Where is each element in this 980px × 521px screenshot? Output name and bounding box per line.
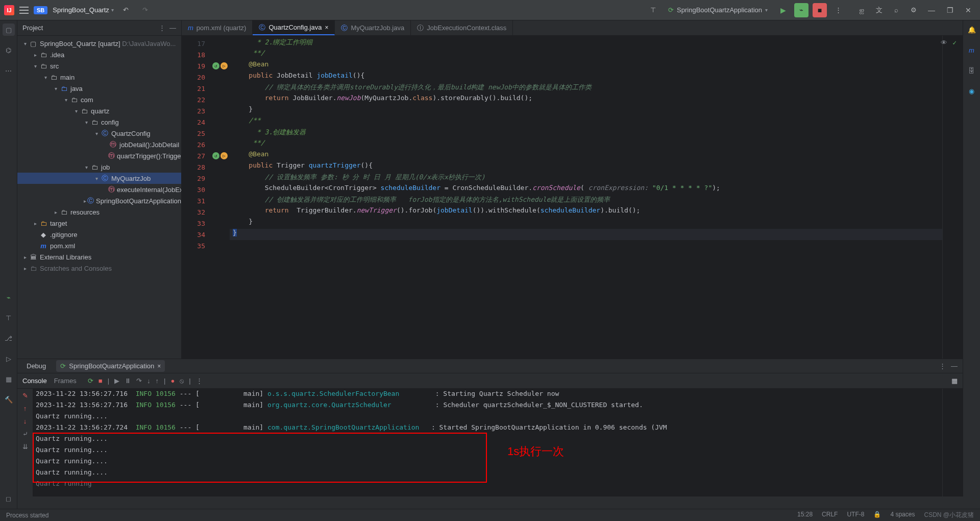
project-tool-icon[interactable]: ▢	[3, 23, 15, 36]
problems-icon[interactable]: ◻	[3, 492, 15, 505]
close-icon[interactable]: ×	[325, 24, 328, 31]
settings-icon[interactable]: ⚙	[906, 3, 921, 17]
left-bottom-strip: ⌁ ⊤ ⎇ ▷ ▦ 🔨 ◻	[0, 286, 17, 509]
nav-gutter-icon[interactable]: ▷	[220, 152, 228, 159]
tab-jobctx[interactable]: ⒾJobExecutionContext.class	[411, 20, 513, 35]
debug-hide-icon[interactable]: —	[951, 362, 958, 370]
run-button[interactable]: ▶	[776, 3, 790, 17]
structure-tool-icon[interactable]: ⌬	[3, 44, 15, 56]
git-icon[interactable]: ⎇	[3, 332, 15, 344]
debug-more-icon[interactable]: ⋮	[939, 362, 946, 370]
debug-panel: Debug ⟳SpringBootQuartzApplication× ⋮ — …	[17, 359, 963, 496]
bookmark-icon[interactable]: ⊤	[646, 3, 660, 17]
step-over-icon[interactable]: ↷	[136, 377, 142, 385]
tree-pom[interactable]: mpom.xml	[17, 240, 181, 251]
tree-quartzconfig[interactable]: ▾ⒸQuartzConfig	[17, 128, 181, 139]
minimize-button[interactable]: —	[924, 3, 939, 17]
panel-collapse-icon[interactable]: ⋮	[159, 24, 165, 32]
tree-root[interactable]: ▾▢SpringBoot_Quartz [quartz] D:\Java\Jav…	[17, 38, 181, 49]
panel-hide-icon[interactable]: —	[169, 24, 176, 32]
project-tree[interactable]: ▾▢SpringBoot_Quartz [quartz] D:\Java\Jav…	[17, 36, 181, 359]
tree-job[interactable]: ▾🗀job	[17, 161, 181, 173]
console-tab[interactable]: Console	[22, 377, 47, 385]
editor-tabs: mpom.xml (quartz) ⒸQuartzConfig.java× ⒸM…	[182, 20, 963, 36]
redo-icon[interactable]: ↷	[138, 3, 153, 17]
more-icon[interactable]: ⋮	[831, 3, 845, 17]
services-icon[interactable]: ▦	[3, 373, 15, 385]
more-tool-icon[interactable]: ⋯	[3, 64, 15, 77]
inspection-ok-icon[interactable]: ✓	[952, 39, 957, 46]
tree-main[interactable]: ▾🗀main	[17, 72, 181, 83]
project-selector[interactable]: SpringBoot_Quartz▾	[53, 6, 114, 14]
step-into-icon[interactable]: ↓	[147, 377, 151, 385]
tree-extlib[interactable]: ▸🏛External Libraries	[17, 251, 181, 263]
run-config-selector[interactable]: ⟳ SpringBootQuartzApplication ▾	[664, 5, 772, 15]
tree-config[interactable]: ▾🗀config	[17, 116, 181, 128]
status-indent[interactable]: 4 spaces	[890, 511, 915, 519]
reader-mode-icon[interactable]: 👁	[941, 39, 947, 46]
tab-myquartzjob[interactable]: ⒸMyQuartzJob.java	[335, 20, 411, 35]
status-lock-icon[interactable]: 🔒	[873, 511, 881, 519]
tree-com[interactable]: ▾🗀com	[17, 94, 181, 105]
tree-quartztrigger[interactable]: ⓜquartzTrigger():Trigger	[17, 150, 181, 161]
mute-bp-icon[interactable]: ⦸	[180, 377, 184, 385]
tab-quartzconfig[interactable]: ⒸQuartzConfig.java×	[253, 20, 335, 35]
maven-icon[interactable]: m	[966, 44, 978, 56]
translate-icon[interactable]: 文	[872, 3, 886, 17]
pause-icon[interactable]: ⏸	[125, 377, 131, 385]
run-tool-icon[interactable]: ▷	[3, 352, 15, 365]
tree-gitignore[interactable]: ◆.gitignore	[17, 229, 181, 240]
rerun-icon[interactable]: ⟳	[88, 377, 93, 385]
code-editor[interactable]: 17181920212223242526272829303132333435 ↺…	[182, 36, 963, 359]
status-encoding[interactable]: UTF-8	[847, 511, 864, 519]
console-minimap[interactable]	[942, 389, 963, 496]
main-menu-icon[interactable]	[19, 7, 29, 14]
tree-execinternal[interactable]: ⓜexecuteInternal(JobExe	[17, 184, 181, 195]
tree-scratches[interactable]: ▸🗀Scratches and Consoles	[17, 263, 181, 274]
frames-tab[interactable]: Frames	[54, 377, 77, 385]
wrap-icon[interactable]: ⤶	[22, 430, 28, 438]
right-tool-strip: 🔔 m 🗄 ◉	[963, 20, 980, 496]
ai-icon[interactable]: ◉	[966, 85, 978, 97]
resume-icon[interactable]: ▶	[114, 377, 119, 385]
tree-app[interactable]: ▸ⒸSpringBootQuartzApplication	[17, 195, 181, 206]
tree-myquartzjob[interactable]: ▾ⒸMyQuartzJob	[17, 173, 181, 184]
undo-icon[interactable]: ↶	[119, 3, 133, 17]
scroll-end-icon[interactable]: ✎	[22, 392, 28, 399]
status-crlf[interactable]: CRLF	[822, 511, 838, 519]
database-icon[interactable]: 🗄	[966, 64, 978, 77]
step-out-icon[interactable]: ↑	[156, 377, 159, 385]
close-button[interactable]: ✕	[961, 3, 976, 17]
scroll-icon[interactable]: ⇊	[22, 443, 28, 451]
notifications-icon[interactable]: 🔔	[966, 23, 978, 36]
search-icon[interactable]: ⌕	[889, 3, 903, 17]
debug-button[interactable]: ⌁	[794, 3, 808, 17]
bean-gutter-icon[interactable]: ↺	[212, 152, 219, 159]
layout-icon[interactable]: ▦	[951, 377, 958, 385]
minimap[interactable]	[942, 36, 963, 359]
nav-gutter-icon[interactable]: ▷	[220, 62, 228, 69]
debug-tool-icon[interactable]: ⌁	[3, 291, 15, 303]
breakpoints-icon[interactable]: ●	[170, 377, 175, 385]
stop-icon[interactable]: ■	[99, 377, 103, 385]
code-with-me-icon[interactable]: ஐ	[854, 3, 869, 17]
down-icon[interactable]: ↓	[23, 417, 27, 425]
tree-idea[interactable]: ▸🗀.idea	[17, 49, 181, 60]
terminal-icon[interactable]: ⊤	[3, 312, 15, 324]
console-output[interactable]: 2023-11-22 13:56:27.716 INFO 10156 --- […	[33, 389, 942, 496]
stop-button[interactable]: ■	[813, 3, 827, 17]
tree-src[interactable]: ▾🗀src	[17, 60, 181, 72]
tab-pom[interactable]: mpom.xml (quartz)	[182, 20, 253, 35]
tree-jobdetail[interactable]: ⓜjobDetail():JobDetail	[17, 139, 181, 150]
more-debug-icon[interactable]: ⋮	[196, 377, 203, 385]
maximize-button[interactable]: ❐	[942, 3, 958, 17]
bean-gutter-icon[interactable]: ↺	[212, 62, 219, 69]
marker-column: ↺▷ ↺▷	[212, 36, 230, 359]
tree-java[interactable]: ▾🗀java	[17, 83, 181, 94]
build-icon[interactable]: 🔨	[3, 393, 15, 406]
tree-target[interactable]: ▸🗀target	[17, 218, 181, 229]
tree-resources[interactable]: ▸🗀resources	[17, 206, 181, 218]
up-icon[interactable]: ↑	[23, 405, 27, 412]
debug-session-tab[interactable]: ⟳SpringBootQuartzApplication×	[56, 360, 165, 372]
tree-quartz[interactable]: ▾🗀quartz	[17, 105, 181, 116]
